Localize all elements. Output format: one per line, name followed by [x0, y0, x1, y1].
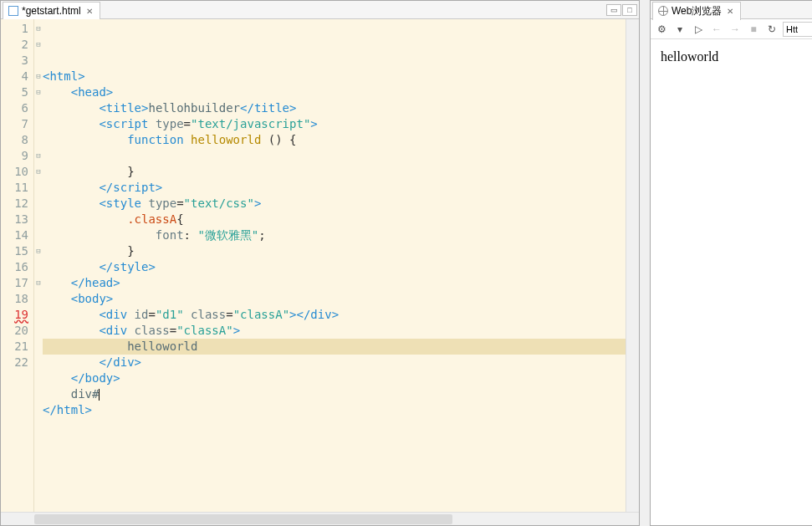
- browser-toolbar: ⚙ ▾ ▷ ← → ■ ↻: [651, 19, 812, 39]
- code-line[interactable]: <div id="d1" class="classA"></div>: [43, 307, 626, 323]
- gear-icon[interactable]: ⚙: [654, 22, 669, 37]
- line-number: 9: [1, 148, 28, 164]
- url-input[interactable]: [783, 22, 812, 37]
- line-number: 21: [1, 339, 28, 355]
- fold-column[interactable]: ⊟⊟⊟⊟⊟⊟⊟⊟: [34, 19, 43, 512]
- line-number: 20: [1, 323, 28, 339]
- editor-pane: *getstart.html ✕ ▭ □ 1234567891011121314…: [0, 0, 640, 526]
- code-line[interactable]: }: [43, 243, 626, 259]
- stop-button[interactable]: ■: [746, 22, 761, 37]
- fold-marker: [34, 355, 43, 370]
- code-line[interactable]: </div>: [43, 355, 626, 370]
- line-number: 3: [1, 53, 28, 69]
- code-line[interactable]: <style type="text/css">: [43, 196, 626, 212]
- back-button[interactable]: ←: [709, 22, 724, 37]
- fold-marker[interactable]: ⊟: [34, 243, 43, 259]
- fold-marker[interactable]: ⊟: [34, 84, 43, 100]
- fold-marker[interactable]: ⊟: [34, 164, 43, 180]
- line-number: 12: [1, 196, 28, 212]
- browser-tab-label: Web浏览器: [672, 4, 722, 18]
- fold-marker: [34, 100, 43, 116]
- line-number: 10: [1, 164, 28, 180]
- globe-icon: [658, 6, 668, 16]
- forward-button[interactable]: →: [728, 22, 743, 37]
- line-number: 4: [1, 69, 28, 84]
- line-number: 16: [1, 259, 28, 275]
- code-line[interactable]: </html>: [43, 402, 626, 418]
- code-line[interactable]: font: "微软雅黑";: [43, 227, 626, 243]
- code-line[interactable]: </body>: [43, 370, 626, 386]
- browser-tab[interactable]: Web浏览器 ✕: [652, 2, 741, 20]
- fold-marker[interactable]: ⊟: [34, 69, 43, 84]
- code-line[interactable]: helloworld: [43, 339, 626, 355]
- code-line[interactable]: [43, 148, 626, 164]
- line-number-gutter: 12345678910111213141516171819202122: [1, 19, 34, 512]
- line-number: 8: [1, 132, 28, 148]
- editor-tab-label: *getstart.html: [22, 5, 81, 17]
- fold-marker: [34, 196, 43, 212]
- file-icon: [8, 6, 18, 16]
- browser-content: helloworld: [651, 39, 812, 525]
- line-number: 14: [1, 227, 28, 243]
- fold-marker: [34, 227, 43, 243]
- close-icon[interactable]: ✕: [725, 7, 735, 16]
- editor-tabbar: *getstart.html ✕ ▭ □: [1, 1, 639, 19]
- run-icon[interactable]: ▷: [691, 22, 706, 37]
- editor-body[interactable]: 12345678910111213141516171819202122 ⊟⊟⊟⊟…: [1, 19, 639, 512]
- line-number: 18: [1, 291, 28, 307]
- code-line[interactable]: <title>hellohbuilder</title>: [43, 100, 626, 116]
- scroll-thumb[interactable]: [34, 514, 452, 524]
- fold-marker: [34, 323, 43, 339]
- line-number: 15: [1, 243, 28, 259]
- line-number: 2: [1, 37, 28, 53]
- fold-marker: [34, 307, 43, 323]
- line-number: 5: [1, 84, 28, 100]
- minimize-button[interactable]: ▭: [606, 4, 621, 16]
- code-line[interactable]: <html>: [43, 69, 626, 84]
- code-area[interactable]: <html> <head> <title>hellohbuilder</titl…: [43, 19, 626, 512]
- line-number: 13: [1, 212, 28, 227]
- maximize-button[interactable]: □: [622, 4, 637, 16]
- fold-marker[interactable]: ⊟: [34, 37, 43, 53]
- fold-marker: [34, 212, 43, 227]
- refresh-button[interactable]: ↻: [764, 22, 779, 37]
- code-line[interactable]: </style>: [43, 259, 626, 275]
- vertical-scrollbar[interactable]: [626, 19, 639, 512]
- fold-marker[interactable]: ⊟: [34, 275, 43, 291]
- editor-window-buttons: ▭ □: [606, 4, 637, 16]
- code-line[interactable]: </script>: [43, 180, 626, 196]
- code-line[interactable]: div#: [43, 386, 626, 402]
- code-line[interactable]: function helloworld () {: [43, 132, 626, 148]
- fold-marker: [34, 132, 43, 148]
- code-line[interactable]: <script type="text/javascript">: [43, 116, 626, 132]
- fold-marker[interactable]: ⊟: [34, 21, 43, 37]
- code-line[interactable]: <div class="classA">: [43, 323, 626, 339]
- fold-marker: [34, 291, 43, 307]
- browser-tabbar: Web浏览器 ✕ ▭ □: [651, 1, 812, 19]
- code-line[interactable]: .classA{: [43, 212, 626, 227]
- line-number: 7: [1, 116, 28, 132]
- close-icon[interactable]: ✕: [84, 7, 94, 16]
- line-number: 6: [1, 100, 28, 116]
- browser-pane: Web浏览器 ✕ ▭ □ ⚙ ▾ ▷ ← → ■ ↻ helloworld: [650, 0, 812, 526]
- line-number: 17: [1, 275, 28, 291]
- line-number: 19: [1, 307, 28, 323]
- code-line[interactable]: </head>: [43, 275, 626, 291]
- fold-marker[interactable]: ⊟: [34, 148, 43, 164]
- fold-marker: [34, 116, 43, 132]
- chevron-down-icon[interactable]: ▾: [672, 22, 687, 37]
- page-text: helloworld: [661, 49, 718, 64]
- editor-tab[interactable]: *getstart.html ✕: [3, 2, 100, 20]
- code-line[interactable]: }: [43, 164, 626, 180]
- fold-marker: [34, 259, 43, 275]
- fold-marker: [34, 53, 43, 69]
- line-number: 11: [1, 180, 28, 196]
- fold-marker: [34, 180, 43, 196]
- code-line[interactable]: <body>: [43, 291, 626, 307]
- line-number: 1: [1, 21, 28, 37]
- horizontal-scrollbar[interactable]: [1, 512, 639, 525]
- fold-marker: [34, 339, 43, 355]
- line-number: 22: [1, 355, 28, 370]
- code-line[interactable]: <head>: [43, 84, 626, 100]
